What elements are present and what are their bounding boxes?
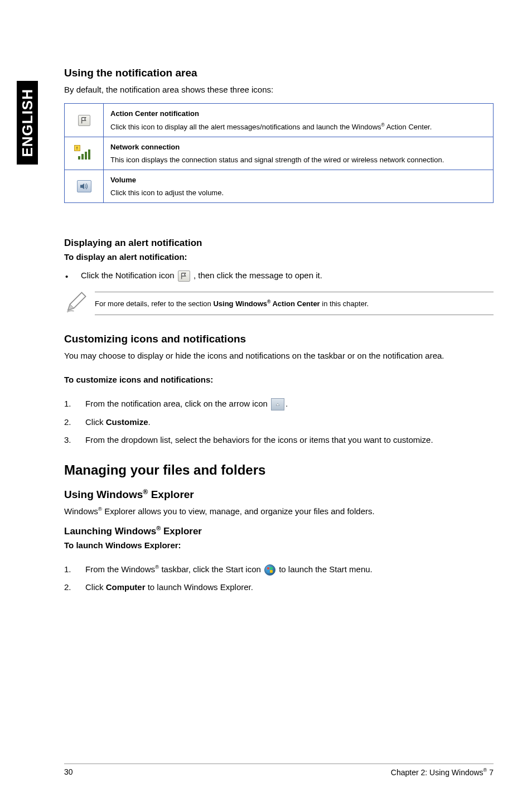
step-number: 1. [64, 398, 71, 410]
note-span: Action Center [270, 299, 320, 308]
step-number: 2. [64, 416, 71, 429]
notification-icons-table: Action Center notification Click this ic… [64, 103, 494, 203]
chapter-label: Chapter 2: Using Windows® 7 [391, 767, 494, 777]
language-tab: ENGLISH [17, 81, 38, 165]
step-bold: Customize [106, 417, 148, 427]
displaying-alert-bold: To display an alert notification: [64, 252, 494, 262]
section-notification-area-intro: By default, the notification area shows … [64, 84, 494, 95]
using-explorer-intro: Windows® Explorer allows you to view, ma… [64, 505, 494, 517]
table-row: ! Network connection This icon displays … [65, 137, 494, 170]
chapter-text: Chapter 2: Using Windows [391, 768, 483, 777]
row-title: Volume [110, 176, 486, 184]
up-arrow-icon [271, 398, 284, 410]
step-2-launch: 2. Click Computer to launch Windows Expl… [64, 581, 494, 594]
row-title: Network connection [110, 143, 486, 151]
note-box: For more details, refer to the section U… [64, 291, 494, 316]
table-row: Action Center notification Click this ic… [65, 104, 494, 137]
step-1-customize: 1. From the notification area, click on … [64, 398, 494, 410]
step-text: From the dropdown list, select the behav… [85, 435, 433, 445]
step-1-launch: 1. From the Windows® taskbar, click the … [64, 563, 494, 576]
note-span: Using Windows [213, 299, 267, 308]
start-orb-icon [264, 564, 275, 576]
page-content: Using the notification area By default, … [64, 67, 494, 600]
step-text: . [148, 417, 151, 427]
step-text: to launch the Start menu. [279, 564, 373, 574]
language-label: ENGLISH [19, 89, 36, 157]
step-text: . [286, 399, 288, 408]
pencil-icon [64, 291, 95, 316]
step-text: taskbar, click the Start icon [159, 564, 263, 574]
displaying-alert-title: Displaying an alert notification [64, 238, 494, 249]
title-span: Using Windows [64, 489, 143, 500]
note-span: in this chapter. [320, 299, 369, 308]
bullet-text: Click the Notification icon [81, 270, 177, 280]
page-number: 30 [64, 767, 73, 777]
using-explorer-title: Using Windows® Explorer [64, 488, 494, 501]
row-desc-text: Click this icon to display all the alert… [110, 123, 381, 131]
row-desc-text: Action Center. [385, 123, 432, 131]
step-text: Click [85, 417, 106, 427]
volume-speaker-icon [77, 180, 91, 192]
customizing-title: Customizing icons and notifications [64, 333, 494, 345]
notification-flag-icon [178, 270, 190, 282]
intro-span: Explorer allows you to view, manage, and… [102, 506, 375, 516]
customizing-intro: You may choose to display or hide the ic… [64, 350, 494, 361]
action-center-flag-icon [78, 115, 90, 126]
bullet-dot: • [65, 270, 68, 283]
step-number: 3. [64, 434, 71, 447]
row-title: Action Center notification [110, 109, 486, 118]
customizing-bold: To customize icons and notifications: [64, 375, 494, 384]
bullet-notification-icon: • Click the Notification icon , then cli… [64, 269, 494, 282]
network-desc: Network connection This icon displays th… [104, 137, 494, 170]
step-text: From the Windows [85, 564, 155, 574]
step-2-customize: 2. Click Customize. [64, 416, 494, 429]
step-text: to launch Windows Explorer. [146, 582, 253, 592]
note-span: For more details, refer to the section [95, 299, 213, 308]
section-notification-area-title: Using the notification area [64, 67, 494, 79]
launching-explorer-bold: To launch Windows Explorer: [64, 540, 494, 550]
step-number: 1. [64, 563, 71, 576]
step-3-customize: 3. From the dropdown list, select the be… [64, 434, 494, 447]
row-desc-text: Click this icon to adjust the volume. [110, 189, 224, 197]
sub-span: Launching Windows [64, 526, 156, 537]
bullet-text: , then click the message to open it. [194, 270, 322, 280]
step-text: From the notification area, click on the… [85, 399, 270, 408]
action-center-desc: Action Center notification Click this ic… [104, 104, 494, 137]
step-number: 2. [64, 581, 71, 594]
launching-explorer-title: Launching Windows® Explorer [64, 525, 494, 537]
row-desc-text: This icon displays the connection status… [110, 156, 444, 164]
network-icon-cell: ! [65, 137, 104, 170]
sub-span: Explorer [161, 526, 202, 537]
network-signal-icon: ! [75, 146, 93, 160]
page-footer: 30 Chapter 2: Using Windows® 7 [64, 764, 494, 777]
title-span: Explorer [148, 489, 194, 500]
volume-icon-cell [65, 170, 104, 203]
volume-desc: Volume Click this icon to adjust the vol… [104, 170, 494, 203]
step-text: Click [85, 582, 106, 592]
table-row: Volume Click this icon to adjust the vol… [65, 170, 494, 203]
intro-span: Windows [64, 506, 98, 516]
chapter-text: 7 [487, 768, 494, 777]
step-bold: Computer [106, 582, 146, 592]
note-text: For more details, refer to the section U… [95, 292, 494, 315]
action-center-icon-cell [65, 104, 104, 137]
main-heading-managing: Managing your files and folders [64, 462, 494, 478]
registered-symbol: ® [98, 506, 102, 512]
